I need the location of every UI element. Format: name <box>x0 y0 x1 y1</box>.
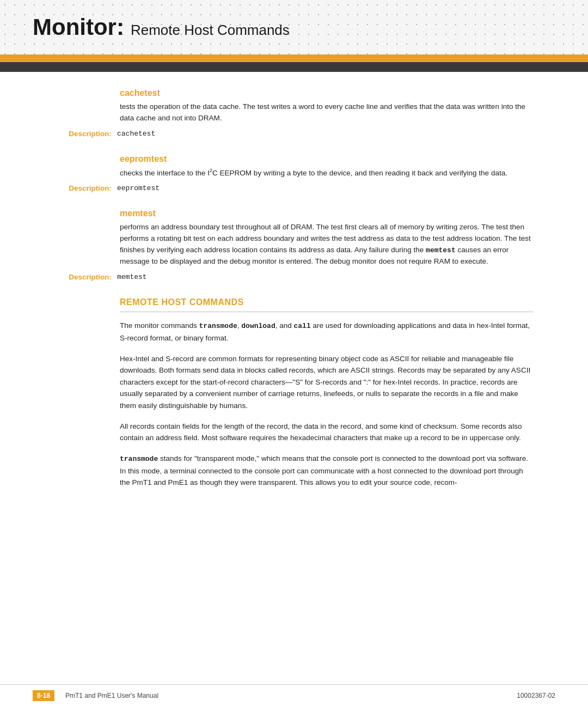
inline-download: download <box>241 322 275 330</box>
footer-manual-title: PmT1 and PmE1 User's Manual <box>65 692 517 699</box>
command-memtest-name: memtest <box>33 209 555 218</box>
header-monitor-label: Monitor: <box>33 14 124 40</box>
eepromtest-desc-label: Description: <box>33 184 117 192</box>
orange-bar <box>0 54 588 62</box>
header: Monitor: Remote Host Commands <box>0 0 588 72</box>
footer-page-number: 8-18 <box>33 690 54 701</box>
cachetest-desc-value: cachetest <box>117 130 155 138</box>
cachetest-desc-label: Description: <box>33 130 117 138</box>
header-dots-background: Monitor: Remote Host Commands <box>0 0 588 54</box>
memtest-inline: memtest <box>426 246 456 254</box>
section-heading-title: REMOTE HOST COMMANDS <box>120 297 534 312</box>
main-content: cachetest tests the operation of the dat… <box>0 72 588 530</box>
command-eepromtest-name: eepromtest <box>33 154 555 164</box>
command-memtest: memtest performs an address boundary tes… <box>33 209 555 281</box>
command-cachetest-desc-text: tests the operation of the data cache. T… <box>33 101 555 124</box>
section-paragraph-3: All records contain fields for the lengt… <box>33 421 555 444</box>
footer-doc-number: 10002367-02 <box>517 692 555 699</box>
command-eepromtest-desc-row: Description: eepromtest <box>33 184 555 192</box>
memtest-desc-label: Description: <box>33 273 117 281</box>
command-cachetest-name: cachetest <box>33 88 555 98</box>
inline-call: call <box>294 322 311 330</box>
section-paragraph-1: The monitor commands transmode, download… <box>33 320 555 344</box>
header-title-area: Monitor: Remote Host Commands <box>33 14 290 40</box>
section-heading: REMOTE HOST COMMANDS <box>33 297 555 312</box>
dark-bar <box>0 62 588 72</box>
command-memtest-desc-row: Description: memtest <box>33 273 555 281</box>
footer: 8-18 PmT1 and PmE1 User's Manual 1000236… <box>0 684 588 706</box>
command-cachetest: cachetest tests the operation of the dat… <box>33 88 555 138</box>
command-eepromtest: eepromtest checks the interface to the I… <box>33 154 555 192</box>
command-memtest-desc-text: performs an address boundary test throug… <box>33 222 555 267</box>
command-eepromtest-desc-text: checks the interface to the I2C EEPROM b… <box>33 167 555 179</box>
inline-transmode-2: transmode <box>120 455 158 463</box>
header-subtitle: Remote Host Commands <box>131 22 290 39</box>
section-paragraph-2: Hex-Intel and S-record are common format… <box>33 353 555 412</box>
section-paragraph-4: transmode stands for "transparent mode,"… <box>33 453 555 489</box>
memtest-desc-value: memtest <box>117 273 147 281</box>
command-cachetest-desc-row: Description: cachetest <box>33 130 555 138</box>
eepromtest-desc-value: eepromtest <box>117 184 160 192</box>
inline-transmode: transmode <box>199 322 237 330</box>
